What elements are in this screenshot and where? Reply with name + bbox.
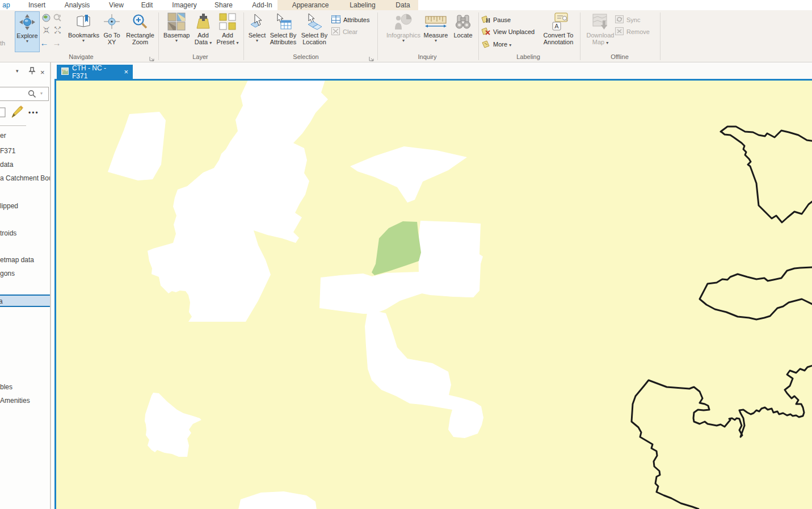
contents-divider bbox=[0, 125, 26, 126]
rectangle-zoom-icon bbox=[124, 11, 157, 32]
fixed-zoom-in-icon[interactable]: ↘↙↗↖ bbox=[41, 26, 51, 35]
add-data-button[interactable]: Add Data ▾ bbox=[192, 11, 214, 52]
pause-labeling-button[interactable]: Pause bbox=[481, 15, 511, 25]
tab-analysis[interactable]: Analysis bbox=[65, 0, 90, 10]
select-by-attributes-button[interactable]: Select By Attributes bbox=[268, 11, 298, 52]
contents-search-input[interactable] bbox=[0, 89, 22, 99]
pane-menu-caret-icon[interactable]: ▾ bbox=[16, 68, 19, 74]
next-extent-icon[interactable]: → bbox=[52, 38, 62, 47]
zoom-to-selection-icon[interactable] bbox=[52, 13, 62, 22]
tab-appearance[interactable]: Appearance bbox=[292, 0, 329, 10]
bookmarks-icon bbox=[68, 11, 99, 32]
map-canvas[interactable] bbox=[54, 81, 812, 509]
layer-item-selected[interactable]: a bbox=[0, 295, 50, 307]
view-unplaced-button[interactable]: View Unplaced bbox=[481, 27, 535, 37]
edit-pencil-icon[interactable] bbox=[10, 104, 23, 121]
measure-button[interactable]: Measure ▾ bbox=[422, 11, 449, 52]
previous-extent-icon[interactable]: ← bbox=[39, 38, 49, 47]
map-view-tab-close-icon[interactable]: × bbox=[124, 68, 128, 76]
navigate-dialog-launcher-icon[interactable] bbox=[149, 53, 155, 59]
layer-item-fragment[interactable]: a Catchment Bou bbox=[0, 174, 51, 182]
tab-share[interactable]: Share bbox=[214, 0, 233, 10]
convert-to-annotation-label: Convert To Annotation bbox=[540, 32, 577, 45]
selection-dialog-launcher-icon[interactable] bbox=[369, 53, 375, 59]
pane-pin-icon[interactable] bbox=[28, 67, 36, 77]
sync-icon bbox=[615, 15, 624, 24]
tab-edit[interactable]: Edit bbox=[141, 0, 153, 10]
pause-icon bbox=[481, 15, 490, 25]
fixed-zoom-out-icon[interactable]: ↖↗↙↘ bbox=[52, 26, 62, 35]
download-map-icon bbox=[586, 11, 615, 32]
tab-imagery[interactable]: Imagery bbox=[172, 0, 196, 10]
full-extent-icon[interactable] bbox=[41, 13, 51, 22]
map-view-tab-title: CTH - NC - F371 bbox=[72, 64, 119, 80]
layer-item-fragment[interactable]: er bbox=[0, 132, 6, 140]
layer-item-fragment[interactable]: F371 bbox=[0, 147, 15, 155]
basemap-button[interactable]: Basemap ▾ bbox=[163, 11, 190, 52]
bookmarks-button[interactable]: Bookmarks ▾ bbox=[68, 11, 99, 52]
more-labeling-button[interactable]: More ▾ bbox=[481, 39, 511, 49]
white-parcel-top-left bbox=[108, 112, 166, 180]
add-preset-button[interactable]: Add Preset ▾ bbox=[214, 11, 241, 52]
cutoff-toolbar-icon[interactable] bbox=[0, 107, 6, 120]
boundary-polygon-mid-right bbox=[700, 267, 812, 319]
white-parcel-central-mass bbox=[148, 81, 328, 322]
tab-map[interactable]: ap bbox=[2, 0, 10, 10]
white-parcel-boot bbox=[145, 393, 201, 457]
tab-labeling[interactable]: Labeling bbox=[350, 0, 375, 10]
layer-item-fragment[interactable]: lipped bbox=[0, 202, 18, 210]
map-canvas-svg[interactable] bbox=[56, 81, 812, 509]
attributes-icon bbox=[331, 15, 340, 24]
add-preset-icon bbox=[214, 11, 241, 32]
more-label: More ▾ bbox=[493, 41, 511, 48]
group-label-layer: Layer bbox=[172, 53, 229, 60]
select-button[interactable]: Select ▾ bbox=[247, 11, 267, 52]
convert-to-annotation-button[interactable]: A Convert To Annotation bbox=[540, 11, 577, 52]
search-icon[interactable] bbox=[28, 90, 36, 100]
layer-item-fragment[interactable]: troids bbox=[0, 229, 16, 237]
map-view-tab-icon bbox=[61, 68, 69, 77]
layer-item-fragment[interactable]: gons bbox=[0, 270, 15, 277]
download-map-button[interactable]: Download Map ▾ bbox=[586, 11, 615, 52]
rectangle-zoom-button[interactable]: Rectangle Zoom bbox=[124, 11, 157, 52]
remove-label: Remove bbox=[626, 28, 650, 35]
map-view-tab[interactable]: CTH - NC - F371 × bbox=[57, 65, 133, 79]
layer-item-fragment[interactable]: bles bbox=[0, 383, 12, 391]
convert-to-annotation-icon: A bbox=[540, 11, 577, 32]
locate-button[interactable]: Locate bbox=[451, 11, 476, 52]
add-data-label: Add Data ▾ bbox=[192, 32, 214, 47]
explore-caret-icon: ▾ bbox=[15, 39, 39, 45]
go-to-xy-icon bbox=[100, 11, 123, 32]
white-parcel-square bbox=[418, 221, 483, 297]
contents-search-box: ▾ bbox=[0, 87, 49, 101]
search-options-caret-icon[interactable]: ▾ bbox=[40, 91, 43, 96]
layer-item-fragment[interactable]: etmap data bbox=[0, 256, 34, 264]
add-data-icon bbox=[192, 11, 214, 32]
tab-view[interactable]: View bbox=[109, 0, 124, 10]
layer-item-fragment[interactable]: Amenities bbox=[0, 397, 30, 405]
explore-button[interactable]: Explore ▾ bbox=[15, 11, 40, 52]
pane-close-icon[interactable]: × bbox=[40, 68, 45, 77]
sync-button[interactable]: Sync bbox=[615, 15, 640, 25]
select-by-location-button[interactable]: Select By Location bbox=[300, 11, 329, 52]
ribbon: th Explore ▾ ↘↙↗↖ ↖↗↙↘ ← bbox=[0, 10, 812, 62]
arcgis-pro-window: ap Insert Analysis View Edit Imagery Sha… bbox=[0, 0, 812, 509]
more-caret-icon: ▾ bbox=[509, 43, 511, 48]
group-label-navigate: Navigate bbox=[53, 53, 110, 60]
tab-insert[interactable]: Insert bbox=[28, 0, 45, 10]
tab-data[interactable]: Data bbox=[396, 0, 410, 10]
group-label-selection: Selection bbox=[277, 53, 334, 60]
add-data-caret-icon: ▾ bbox=[209, 40, 212, 45]
infographics-button[interactable]: Infographics ▾ bbox=[386, 11, 421, 52]
tab-add-in[interactable]: Add-In bbox=[252, 0, 272, 10]
remove-button[interactable]: Remove bbox=[615, 27, 650, 37]
boundary-polygon-bottom-right bbox=[632, 363, 812, 509]
ellipsis-menu-icon[interactable]: ••• bbox=[28, 109, 39, 117]
locate-label: Locate bbox=[451, 32, 476, 39]
layer-item-fragment[interactable]: data bbox=[0, 161, 13, 169]
attributes-button[interactable]: Attributes bbox=[331, 15, 369, 25]
rectangle-zoom-label: Rectangle Zoom bbox=[124, 32, 157, 45]
clear-button[interactable]: Clear bbox=[331, 27, 357, 37]
go-to-xy-button[interactable]: Go To XY bbox=[100, 11, 123, 52]
more-icon bbox=[481, 40, 490, 49]
